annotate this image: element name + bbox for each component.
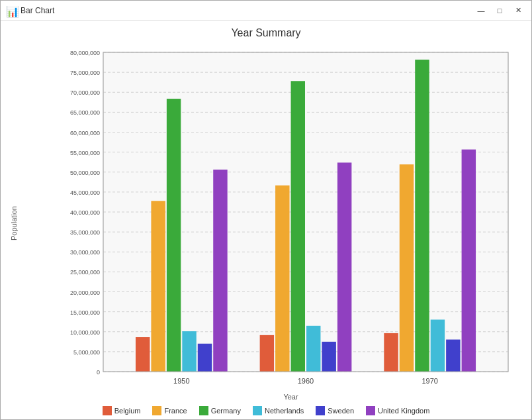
legend-label: Belgium xyxy=(114,407,141,415)
y-axis-label: Population xyxy=(7,46,21,401)
svg-text:1970: 1970 xyxy=(421,377,437,385)
legend-color-swatch xyxy=(103,406,112,415)
svg-text:35,000,000: 35,000,000 xyxy=(70,229,100,236)
main-window: 📊 Bar Chart — □ ✕ Year Summary Populatio… xyxy=(0,0,532,420)
svg-rect-47 xyxy=(337,162,351,372)
svg-text:30,000,000: 30,000,000 xyxy=(70,249,100,256)
window-icon: 📊 xyxy=(6,5,17,16)
svg-rect-44 xyxy=(291,81,305,372)
svg-rect-50 xyxy=(400,164,414,372)
svg-text:20,000,000: 20,000,000 xyxy=(70,289,100,296)
svg-rect-35 xyxy=(136,337,150,372)
svg-text:10,000,000: 10,000,000 xyxy=(70,329,100,336)
svg-rect-37 xyxy=(167,99,181,372)
svg-rect-38 xyxy=(182,331,196,372)
svg-rect-39 xyxy=(198,344,212,372)
legend: BelgiumFranceGermanyNetherlandsSwedenUni… xyxy=(7,401,525,419)
svg-rect-36 xyxy=(151,201,165,372)
chart-inner: 05,000,00010,000,00015,000,00020,000,000… xyxy=(21,46,525,401)
legend-item: France xyxy=(152,406,187,415)
x-axis-label: Year xyxy=(57,393,525,401)
svg-rect-51 xyxy=(415,60,429,372)
svg-text:50,000,000: 50,000,000 xyxy=(70,170,100,176)
chart-area: Year Summary Population 05,000,00010,000… xyxy=(1,21,531,419)
svg-text:5,000,000: 5,000,000 xyxy=(73,349,100,356)
svg-text:55,000,000: 55,000,000 xyxy=(70,150,100,156)
plot-area: 05,000,00010,000,00015,000,00020,000,000… xyxy=(57,46,518,392)
legend-color-swatch xyxy=(152,406,161,415)
svg-text:1950: 1950 xyxy=(173,377,189,385)
legend-item: Sweden xyxy=(316,406,354,415)
window-title: Bar Chart xyxy=(21,6,473,15)
svg-rect-54 xyxy=(462,150,476,372)
svg-rect-42 xyxy=(260,335,274,372)
legend-label: Germany xyxy=(211,407,241,415)
legend-label: France xyxy=(164,407,187,415)
legend-item: United Kingdom xyxy=(366,406,429,415)
svg-rect-40 xyxy=(213,170,227,372)
legend-item: Netherlands xyxy=(253,406,304,415)
svg-rect-53 xyxy=(446,340,460,372)
legend-label: Sweden xyxy=(328,407,354,415)
svg-rect-52 xyxy=(431,319,445,372)
svg-text:45,000,000: 45,000,000 xyxy=(70,189,100,196)
svg-text:60,000,000: 60,000,000 xyxy=(70,130,100,136)
grid-and-bars: 05,000,00010,000,00015,000,00020,000,000… xyxy=(57,46,518,392)
svg-text:25,000,000: 25,000,000 xyxy=(70,269,100,276)
chart-body: Population 05,000,00010,000,00015,000,00… xyxy=(7,46,525,401)
svg-text:1960: 1960 xyxy=(298,377,314,385)
chart-title: Year Summary xyxy=(7,27,525,39)
svg-text:70,000,000: 70,000,000 xyxy=(70,89,100,96)
svg-text:80,000,000: 80,000,000 xyxy=(70,50,100,56)
legend-color-swatch xyxy=(199,406,208,415)
legend-color-swatch xyxy=(316,406,325,415)
legend-item: Belgium xyxy=(103,406,141,415)
svg-text:15,000,000: 15,000,000 xyxy=(70,309,100,316)
legend-item: Germany xyxy=(199,406,241,415)
legend-label: Netherlands xyxy=(265,407,304,415)
svg-text:65,000,000: 65,000,000 xyxy=(70,109,100,116)
svg-text:0: 0 xyxy=(97,369,100,376)
legend-color-swatch xyxy=(253,406,262,415)
title-bar: 📊 Bar Chart — □ ✕ xyxy=(1,1,531,21)
legend-color-swatch xyxy=(366,406,375,415)
svg-rect-49 xyxy=(384,333,398,372)
svg-rect-46 xyxy=(322,342,335,372)
window-controls: — □ ✕ xyxy=(473,4,526,17)
minimize-button[interactable]: — xyxy=(473,4,489,17)
svg-text:75,000,000: 75,000,000 xyxy=(70,70,100,76)
maximize-button[interactable]: □ xyxy=(492,4,508,17)
svg-rect-43 xyxy=(275,185,289,372)
legend-label: United Kingdom xyxy=(378,407,429,415)
svg-rect-45 xyxy=(306,326,320,372)
close-button[interactable]: ✕ xyxy=(510,4,526,17)
svg-text:40,000,000: 40,000,000 xyxy=(70,209,100,216)
